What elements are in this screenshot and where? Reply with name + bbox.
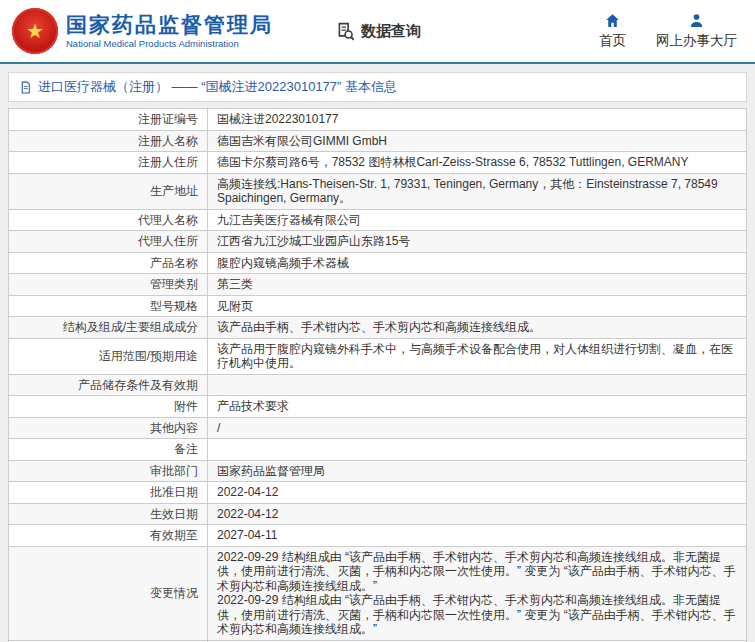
national-emblem-icon: ★ bbox=[12, 8, 58, 54]
row-value: 德国卡尔蔡司路6号，78532 图特林根Carl-Zeiss-Strasse 6… bbox=[208, 152, 747, 174]
table-row: 管理类别 第三类 bbox=[9, 274, 747, 296]
row-label: 附件 bbox=[9, 396, 208, 418]
site-header: ★ 国家药品监督管理局 National Medical Products Ad… bbox=[0, 0, 755, 64]
nav-data-query[interactable]: 数据查询 bbox=[335, 21, 421, 42]
row-label: 批准日期 bbox=[9, 482, 208, 504]
row-value: 该产品用于腹腔内窥镜外科手术中，与高频手术设备配合使用，对人体组织进行切割、凝血… bbox=[208, 338, 747, 374]
row-value: 2022-04-12 bbox=[208, 503, 747, 525]
row-value: 产品技术要求 bbox=[208, 396, 747, 418]
row-label: 审批部门 bbox=[9, 460, 208, 482]
row-label: 生产地址 bbox=[9, 173, 208, 209]
table-row: 生效日期 2022-04-12 bbox=[9, 503, 747, 525]
nav-online-hall-label: 网上办事大厅 bbox=[656, 32, 737, 50]
table-row: 注册人住所 德国卡尔蔡司路6号，78532 图特林根Carl-Zeiss-Str… bbox=[9, 152, 747, 174]
registration-info-table: 注册证编号 国械注进20223010177 注册人名称 德国吉米有限公司GIMM… bbox=[8, 108, 747, 642]
row-label: 产品名称 bbox=[9, 252, 208, 274]
row-value: 国家药品监督管理局 bbox=[208, 460, 747, 482]
table-row: 代理人名称 九江吉美医疗器械有限公司 bbox=[9, 209, 747, 231]
breadcrumb: 进口医疗器械（注册） —— “国械注进20223010177” 基本信息 bbox=[8, 72, 747, 102]
row-label: 变更情况 bbox=[9, 546, 208, 640]
row-value: 高频连接线:Hans-Theisen-Str. 1, 79331, Tening… bbox=[208, 173, 747, 209]
row-label: 管理类别 bbox=[9, 274, 208, 296]
table-row: 代理人住所 江西省九江沙城工业园庐山东路15号 bbox=[9, 231, 747, 253]
content-area: 进口医疗器械（注册） —— “国械注进20223010177” 基本信息 注册证… bbox=[0, 64, 755, 642]
table-row: 结构及组成/主要组成成分 该产品由手柄、手术钳内芯、手术剪内芯和高频连接线组成。 bbox=[9, 317, 747, 339]
table-row: 注册证编号 国械注进20223010177 bbox=[9, 109, 747, 131]
row-label: 注册证编号 bbox=[9, 109, 208, 131]
row-label: 生效日期 bbox=[9, 503, 208, 525]
org-names: 国家药品监督管理局 National Medical Products Admi… bbox=[66, 13, 273, 49]
nav-online-hall[interactable]: 网上办事大厅 bbox=[656, 12, 737, 50]
row-label: 备注 bbox=[9, 439, 208, 461]
table-row: 备注 bbox=[9, 439, 747, 461]
row-value: 江西省九江沙城工业园庐山东路15号 bbox=[208, 231, 747, 253]
row-value: 第三类 bbox=[208, 274, 747, 296]
table-row: 型号规格 见附页 bbox=[9, 295, 747, 317]
person-icon bbox=[688, 12, 705, 29]
data-query-label: 数据查询 bbox=[361, 22, 421, 41]
star-icon: ★ bbox=[26, 21, 44, 41]
row-value: 腹腔内窥镜高频手术器械 bbox=[208, 252, 747, 274]
row-label: 注册人名称 bbox=[9, 130, 208, 152]
table-row: 适用范围/预期用途 该产品用于腹腔内窥镜外科手术中，与高频手术设备配合使用，对人… bbox=[9, 338, 747, 374]
table-row: 其他内容 / bbox=[9, 417, 747, 439]
table-row: 产品储存条件及有效期 bbox=[9, 374, 747, 396]
breadcrumb-text: 进口医疗器械（注册） —— “国械注进20223010177” 基本信息 bbox=[38, 78, 397, 96]
row-value bbox=[208, 374, 747, 396]
row-label: 型号规格 bbox=[9, 295, 208, 317]
table-row: 附件 产品技术要求 bbox=[9, 396, 747, 418]
row-value: 该产品由手柄、手术钳内芯、手术剪内芯和高频连接线组成。 bbox=[208, 317, 747, 339]
document-search-icon bbox=[335, 21, 356, 42]
row-value: / bbox=[208, 417, 747, 439]
row-value: 国械注进20223010177 bbox=[208, 109, 747, 131]
nav-home-label: 首页 bbox=[599, 32, 626, 50]
row-value bbox=[208, 439, 747, 461]
row-label: 注册人住所 bbox=[9, 152, 208, 174]
nmpa-logo[interactable]: ★ 国家药品监督管理局 National Medical Products Ad… bbox=[12, 8, 273, 54]
row-label: 结构及组成/主要组成成分 bbox=[9, 317, 208, 339]
nav-home[interactable]: 首页 bbox=[599, 12, 626, 50]
row-label: 产品储存条件及有效期 bbox=[9, 374, 208, 396]
header-nav: 首页 网上办事大厅 bbox=[599, 12, 743, 50]
row-label: 其他内容 bbox=[9, 417, 208, 439]
row-value: 2022-04-12 bbox=[208, 482, 747, 504]
row-value-change-record: 2022-09-29 结构组成由 “该产品由手柄、手术钳内芯、手术剪内芯和高频连… bbox=[208, 546, 747, 640]
table-row: 生产地址 高频连接线:Hans-Theisen-Str. 1, 79331, T… bbox=[9, 173, 747, 209]
row-label: 代理人名称 bbox=[9, 209, 208, 231]
row-value: 九江吉美医疗器械有限公司 bbox=[208, 209, 747, 231]
home-icon bbox=[604, 12, 621, 29]
org-name-cn: 国家药品监督管理局 bbox=[66, 13, 273, 37]
org-name-en: National Medical Products Administration bbox=[66, 38, 273, 49]
row-value: 德国吉米有限公司GIMMI GmbH bbox=[208, 130, 747, 152]
table-row: 注册人名称 德国吉米有限公司GIMMI GmbH bbox=[9, 130, 747, 152]
table-row: 审批部门 国家药品监督管理局 bbox=[9, 460, 747, 482]
row-value: 见附页 bbox=[208, 295, 747, 317]
table-row: 有效期至 2027-04-11 bbox=[9, 525, 747, 547]
table-row: 批准日期 2022-04-12 bbox=[9, 482, 747, 504]
page: ★ 国家药品监督管理局 National Medical Products Ad… bbox=[0, 0, 755, 642]
table-row: 产品名称 腹腔内窥镜高频手术器械 bbox=[9, 252, 747, 274]
file-icon bbox=[19, 81, 32, 94]
row-value: 2027-04-11 bbox=[208, 525, 747, 547]
row-label: 代理人住所 bbox=[9, 231, 208, 253]
row-label: 适用范围/预期用途 bbox=[9, 338, 208, 374]
row-label: 有效期至 bbox=[9, 525, 208, 547]
table-row: 变更情况 2022-09-29 结构组成由 “该产品由手柄、手术钳内芯、手术剪内… bbox=[9, 546, 747, 640]
